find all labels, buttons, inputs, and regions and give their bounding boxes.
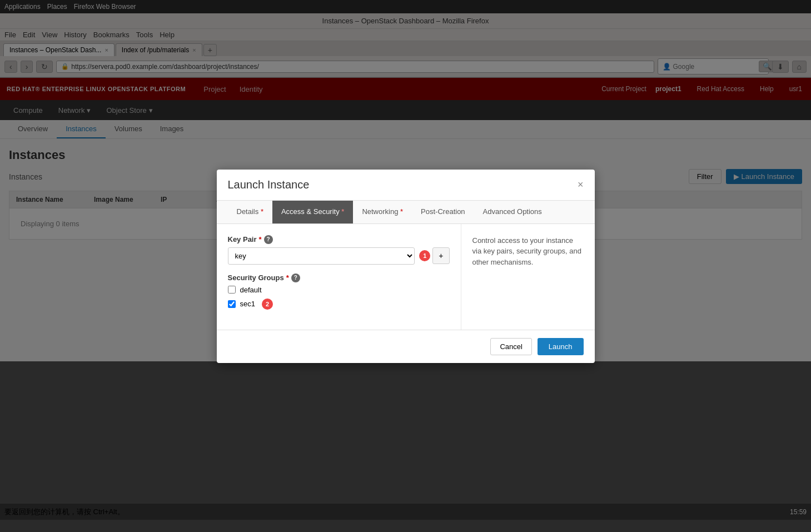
security-groups-required-star: * bbox=[286, 274, 289, 282]
launch-button[interactable]: Launch bbox=[538, 338, 584, 355]
modal-tab-details[interactable]: Details * bbox=[228, 201, 272, 223]
security-group-sec1: sec1 2 bbox=[228, 299, 450, 310]
modal-close-button[interactable]: × bbox=[578, 179, 584, 191]
keypair-select-row: key 1 + bbox=[228, 247, 450, 265]
modal-overlay: Launch Instance × Details * Access & Sec… bbox=[0, 0, 811, 361]
modal-body: Key Pair * ? key 1 + Security Groups bbox=[217, 224, 595, 330]
security-groups-list: default sec1 2 bbox=[228, 286, 450, 310]
modal-tab-advanced-options[interactable]: Advanced Options bbox=[474, 201, 551, 223]
security-group-default: default bbox=[228, 286, 450, 294]
modal-tabs: Details * Access & Security * Networking… bbox=[217, 201, 595, 224]
modal-form: Key Pair * ? key 1 + Security Groups bbox=[217, 224, 461, 330]
security-groups-group: Security Groups * ? default sec1 2 bbox=[228, 274, 450, 310]
modal-footer: Cancel Launch bbox=[217, 330, 595, 362]
security-group-default-label: default bbox=[240, 286, 262, 294]
modal-info-text: Control access to your instance via key … bbox=[472, 235, 584, 268]
security-groups-label: Security Groups * ? bbox=[228, 274, 450, 282]
keypair-help-icon[interactable]: ? bbox=[264, 235, 273, 244]
modal-tab-post-creation[interactable]: Post-Creation bbox=[412, 201, 474, 223]
launch-instance-modal: Launch Instance × Details * Access & Sec… bbox=[217, 170, 595, 362]
keypair-label: Key Pair * ? bbox=[228, 235, 450, 244]
cancel-button[interactable]: Cancel bbox=[490, 338, 531, 355]
security-group-sec1-checkbox[interactable] bbox=[228, 300, 236, 308]
security-groups-help-icon[interactable]: ? bbox=[291, 274, 300, 282]
modal-tab-access-security[interactable]: Access & Security * bbox=[272, 201, 353, 223]
keypair-add-button[interactable]: + bbox=[432, 247, 449, 264]
security-group-sec1-label: sec1 bbox=[240, 300, 255, 308]
modal-tab-networking[interactable]: Networking * bbox=[353, 201, 412, 223]
sec1-step-badge: 2 bbox=[262, 299, 273, 310]
keypair-select[interactable]: key bbox=[228, 247, 415, 265]
modal-title: Launch Instance bbox=[228, 178, 310, 191]
security-group-default-checkbox[interactable] bbox=[228, 286, 236, 294]
modal-header: Launch Instance × bbox=[217, 170, 595, 201]
keypair-required-star: * bbox=[259, 235, 262, 243]
modal-info: Control access to your instance via key … bbox=[461, 224, 595, 330]
keypair-step-badge: 1 bbox=[419, 250, 430, 261]
keypair-group: Key Pair * ? key 1 + bbox=[228, 235, 450, 265]
